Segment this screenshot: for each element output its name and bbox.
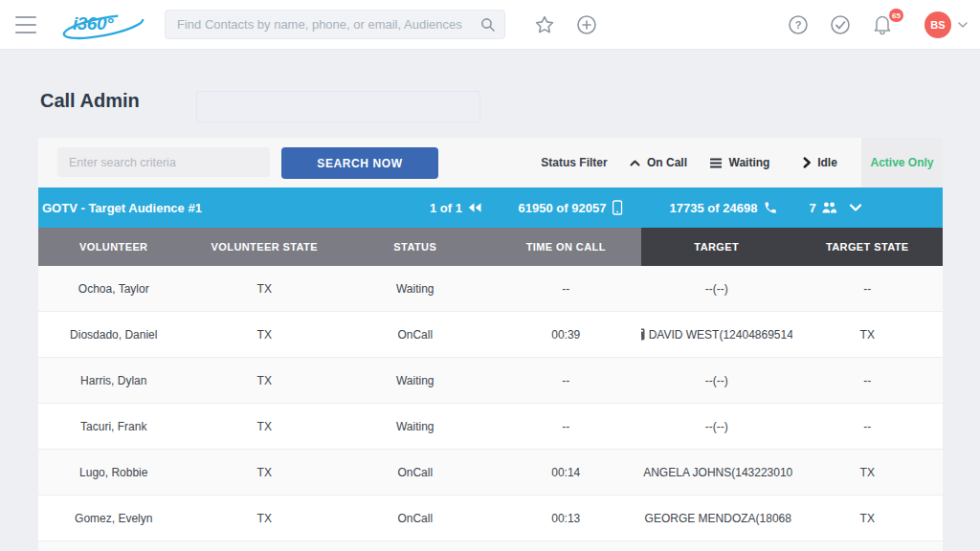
first-page-icon: [468, 203, 481, 213]
cell-time-on-call: --: [491, 358, 642, 403]
cell-target: --(--): [641, 404, 792, 449]
cell-text: DAVID WEST(12404869514): [649, 328, 792, 342]
cell-volunteer-state: TX: [189, 404, 341, 449]
table-row[interactable]: Tacuri, FrankTXWaiting----(--)--: [38, 404, 943, 450]
cell-text: TX: [257, 374, 272, 387]
table-row[interactable]: Harris, DylanTXWaiting----(--)--: [38, 358, 943, 404]
cell-status: Waiting: [340, 404, 491, 449]
col-status[interactable]: STATUS: [340, 228, 491, 266]
cell-status: Waiting: [340, 266, 491, 311]
filter-on-call[interactable]: On Call: [630, 156, 687, 169]
dialed-text: 61950 of 92057: [519, 201, 607, 215]
cell-text: --: [863, 282, 871, 296]
active-only-toggle[interactable]: Active Only: [861, 138, 943, 187]
cell-text: --(--): [705, 374, 728, 387]
cell-text: TX: [257, 420, 272, 433]
notification-badge: 65: [889, 9, 903, 22]
connected-count: 17735 of 24698: [670, 201, 778, 215]
dialed-count: 61950 of 92057: [519, 200, 623, 215]
people-icon: [822, 202, 837, 214]
filter-row: SEARCH NOW Status Filter On Call Waiting…: [38, 138, 943, 187]
cell-target: ANGELA JOHNS(143223010...: [641, 450, 792, 495]
cell-volunteer: Gomez, Evelyn: [38, 496, 189, 540]
cell-time-on-call: 00:14: [491, 450, 642, 495]
cell-text: OnCall: [397, 512, 433, 525]
cell-time-on-call: --: [491, 266, 642, 311]
cell-text: TX: [860, 466, 875, 479]
cell-status: Waiting: [340, 358, 491, 403]
i360-logo[interactable]: i360°: [57, 6, 153, 44]
audience-title: GOTV - Target Audience #1: [42, 201, 202, 215]
cell-volunteer: Ochoa, Taylor: [38, 266, 189, 311]
help-icon[interactable]: ?: [787, 13, 810, 36]
audience-collapse-chevron[interactable]: [849, 204, 862, 212]
cell-target: --(--): [641, 266, 792, 311]
filter-label: Waiting: [729, 156, 770, 169]
cell-text: Waiting: [396, 282, 434, 296]
col-volunteer[interactable]: VOLUNTEER: [38, 228, 189, 266]
cell-target: --(--): [641, 358, 792, 403]
cell-text: ANGELA JOHNS(143223010...: [643, 466, 791, 479]
hamburger-menu-icon[interactable]: [15, 16, 36, 33]
col-volunteer-state[interactable]: VOLUNTEER STATE: [189, 228, 341, 266]
filter-waiting[interactable]: Waiting: [710, 156, 770, 169]
cell-text: Lugo, Robbie: [79, 466, 147, 479]
bars-icon: [710, 158, 723, 168]
cell-text: --: [562, 374, 569, 387]
cell-target-state: --: [792, 266, 944, 311]
star-icon[interactable]: [533, 13, 556, 36]
cell-text: Waiting: [396, 374, 434, 387]
cell-text: 00:14: [551, 466, 580, 479]
call-admin-panel: SEARCH NOW Status Filter On Call Waiting…: [38, 138, 943, 551]
table-row[interactable]: Ochoa, TaylorTXWaiting----(--)--: [38, 266, 943, 312]
table-row[interactable]: Gomez, EvelynTXOnCall00:13GEORGE MENDOZA…: [38, 496, 943, 541]
cell-text: --: [863, 374, 871, 387]
cell-text: --: [863, 420, 871, 433]
filter-label: Idle: [817, 156, 837, 169]
table-row[interactable]: Lugo, RobbieTXOnCall00:14ANGELA JOHNS(14…: [38, 450, 943, 496]
global-search-bar: [165, 10, 505, 39]
global-search-input[interactable]: [177, 11, 474, 38]
account-chevron-down-icon[interactable]: [957, 21, 969, 29]
audience-bar: GOTV - Target Audience #1 1 of 1 61950 o…: [38, 187, 943, 228]
logo-text: i360°: [73, 13, 113, 34]
connected-text: 17735 of 24698: [670, 201, 758, 215]
chevron-down-icon: [849, 204, 862, 212]
cell-text: TX: [860, 328, 875, 342]
cell-volunteer-state: TX: [189, 496, 341, 540]
status-filter-label: Status Filter: [541, 156, 607, 169]
svg-text:?: ?: [795, 19, 802, 31]
table-header: VOLUNTEER VOLUNTEER STATE STATUS TIME ON…: [38, 228, 943, 266]
cell-target-state: --: [792, 358, 944, 403]
cell-volunteer-state: TX: [189, 450, 341, 495]
table-row[interactable]: Diosdado, DanielTXOnCall00:39DAVID WEST(…: [38, 312, 943, 358]
top-navbar: i360° ? 65 BS: [0, 0, 980, 50]
cell-target-state: TX: [792, 496, 944, 540]
cell-target: GEORGE MENDOZA(18068...: [641, 496, 792, 540]
cell-target-state: TX: [792, 312, 944, 357]
avatar[interactable]: BS: [924, 11, 951, 38]
cell-time-on-call: 00:13: [491, 496, 642, 540]
col-target[interactable]: TARGET: [641, 228, 792, 266]
col-time-on-call[interactable]: TIME ON CALL: [491, 228, 642, 266]
campaign-select[interactable]: [196, 91, 480, 122]
cell-text: OnCall: [397, 328, 433, 342]
search-now-button[interactable]: SEARCH NOW: [281, 147, 438, 179]
filter-idle[interactable]: Idle: [803, 156, 837, 169]
criteria-search-input[interactable]: [57, 147, 270, 177]
cell-target-state: --: [792, 404, 944, 449]
cell-text: TX: [257, 512, 272, 525]
search-icon[interactable]: [480, 17, 496, 33]
cell-text: GEORGE MENDOZA(18068...: [645, 512, 792, 525]
col-target-state[interactable]: TARGET STATE: [792, 228, 944, 266]
pagination-text: 1 of 1: [430, 201, 462, 215]
audience-pagination[interactable]: 1 of 1: [430, 201, 481, 215]
filter-label: On Call: [647, 156, 687, 169]
notifications-bell[interactable]: 65: [871, 12, 896, 37]
cell-target: DAVID WEST(12404869514): [641, 312, 792, 357]
cell-status: OnCall: [340, 496, 491, 540]
plus-circle-icon[interactable]: [575, 13, 598, 36]
check-circle-icon[interactable]: [829, 13, 852, 36]
cell-text: OnCall: [397, 466, 433, 479]
cell-text: --(--): [705, 282, 728, 296]
